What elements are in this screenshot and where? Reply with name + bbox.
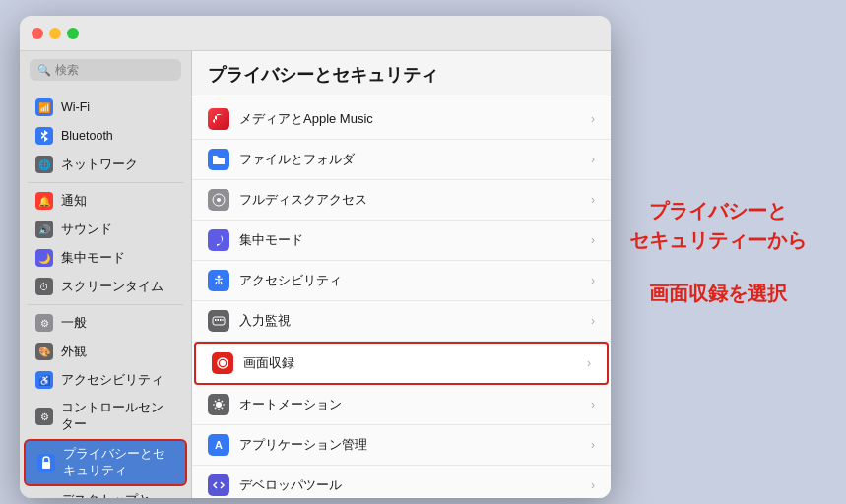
page-title: プライバシーとセキュリティ: [208, 65, 438, 85]
accessibility-icon: ♿: [35, 371, 53, 389]
screen-icon: [212, 352, 233, 374]
list-item-focus[interactable]: 集中モード ›: [192, 220, 611, 261]
search-icon: 🔍: [37, 64, 51, 77]
list-item-label: メディアとApple Music: [239, 110, 591, 128]
list-item-label: アクセシビリティ: [239, 272, 591, 289]
sidebar-item-network[interactable]: 🌐 ネットワーク: [24, 151, 187, 178]
network-icon: 🌐: [35, 156, 53, 173]
sidebar-item-label: 集中モード: [61, 250, 125, 267]
list-item-label: オートメーション: [239, 396, 591, 413]
sidebar-item-label: Wi-Fi: [61, 100, 90, 114]
list-item-input[interactable]: 入力監視 ›: [192, 301, 611, 342]
sidebar-item-label: アクセシビリティ: [61, 372, 163, 389]
list-item-auto[interactable]: オートメーション ›: [192, 385, 611, 425]
main-content: プライバシーとセキュリティ メディアとApple Music › ファイルとフ: [192, 51, 611, 498]
sidebar-item-label: 外観: [61, 344, 87, 360]
general-icon: ⚙: [35, 314, 53, 332]
list-item-label: ファイルとフォルダ: [239, 151, 591, 168]
sidebar-item-label: 通知: [61, 193, 87, 210]
sidebar-item-appearance[interactable]: 🎨 外観: [24, 338, 187, 365]
wifi-icon: 📶: [35, 98, 53, 116]
auto-icon: [208, 394, 229, 415]
list-item-label: 集中モード: [239, 231, 591, 249]
maximize-button[interactable]: [67, 28, 79, 39]
sidebar-item-label: Bluetooth: [61, 129, 113, 143]
search-input[interactable]: [55, 63, 173, 77]
sound-icon: 🔊: [35, 220, 53, 238]
list-item-music[interactable]: メディアとApple Music ›: [192, 99, 611, 140]
list-item-label: 入力監視: [239, 312, 591, 330]
main-header: プライバシーとセキュリティ: [192, 51, 611, 95]
content-list: メディアとApple Music › ファイルとフォルダ › フルデ: [192, 95, 611, 498]
input-icon: [208, 310, 229, 332]
sidebar-item-general[interactable]: ⚙ 一般: [24, 309, 187, 337]
sidebar-item-controlcenter[interactable]: ⚙ コントロールセンター: [24, 395, 187, 438]
chevron-icon: ›: [591, 478, 595, 492]
annotation-text-2: 画面収録を選択: [649, 279, 787, 308]
traffic-lights: [32, 28, 79, 39]
sidebar-item-desktop[interactable]: 🖥 デスクトップとDock: [24, 487, 187, 498]
sidebar-items: 📶 Wi-Fi Bluetooth 🌐 ネットワーク: [20, 89, 191, 498]
svg-rect-5: [215, 319, 217, 321]
music-icon: [208, 108, 229, 130]
chevron-icon: ›: [591, 274, 595, 287]
app-icon: A: [208, 434, 229, 456]
sidebar-item-label: プライバシーとセキュリティ: [63, 446, 173, 479]
settings-window: 🔍 📶 Wi-Fi Bluetooth 🌐: [20, 16, 611, 498]
sidebar-item-accessibility[interactable]: ♿ アクセシビリティ: [24, 366, 187, 394]
list-item-app[interactable]: A アプリケーション管理 ›: [192, 425, 611, 466]
svg-point-11: [216, 402, 222, 408]
sidebar-item-sound[interactable]: 🔊 サウンド: [24, 216, 187, 243]
svg-point-10: [220, 360, 226, 366]
appearance-icon: 🎨: [35, 343, 53, 360]
chevron-icon: ›: [587, 356, 591, 370]
annotation-text-1: プライバシーと セキュリティーから: [629, 196, 807, 255]
sidebar-item-focus[interactable]: 🌙 集中モード: [24, 244, 187, 272]
files-icon: [208, 149, 229, 170]
sidebar-item-privacy[interactable]: プライバシーとセキュリティ: [24, 439, 187, 486]
sidebar-item-wifi[interactable]: 📶 Wi-Fi: [24, 94, 187, 121]
divider: [28, 182, 183, 183]
sidebar-item-label: 一般: [61, 315, 87, 332]
sidebar-item-bluetooth[interactable]: Bluetooth: [24, 122, 187, 150]
svg-rect-8: [223, 319, 224, 321]
search-box[interactable]: 🔍: [30, 59, 181, 81]
svg-point-3: [218, 276, 221, 279]
svg-rect-6: [218, 319, 220, 321]
screentime-icon: ⏱: [35, 278, 53, 295]
sidebar-item-notification[interactable]: 🔔 通知: [24, 187, 187, 215]
chevron-icon: ›: [591, 438, 595, 452]
list-item-label: フルディスクアクセス: [239, 191, 591, 209]
titlebar: [20, 16, 611, 51]
notification-icon: 🔔: [35, 192, 53, 210]
list-item-label: デベロッパツール: [239, 476, 591, 494]
disk-icon: [208, 189, 229, 211]
list-item-label: アプリケーション管理: [239, 436, 591, 454]
chevron-icon: ›: [591, 398, 595, 411]
svg-point-2: [217, 198, 221, 202]
list-item-disk[interactable]: フルディスクアクセス ›: [192, 180, 611, 220]
divider2: [28, 304, 183, 305]
list-item-screen[interactable]: 画面収録 ›: [194, 342, 609, 385]
annotation: プライバシーと セキュリティーから 画面収録を選択: [619, 196, 816, 308]
list-item-files[interactable]: ファイルとフォルダ ›: [192, 140, 611, 180]
chevron-icon: ›: [591, 153, 595, 166]
svg-rect-0: [42, 462, 50, 469]
window-body: 🔍 📶 Wi-Fi Bluetooth 🌐: [20, 51, 611, 498]
controlcenter-icon: ⚙: [35, 408, 53, 425]
sidebar-item-screentime[interactable]: ⏱ スクリーンタイム: [24, 273, 187, 300]
minimize-button[interactable]: [49, 28, 61, 39]
sidebar: 🔍 📶 Wi-Fi Bluetooth 🌐: [20, 51, 192, 498]
list-item-accessibility[interactable]: アクセシビリティ ›: [192, 261, 611, 301]
dev-icon: [208, 474, 229, 496]
accessibility-icon: [208, 270, 229, 291]
chevron-icon: ›: [591, 233, 595, 247]
sidebar-item-label: ネットワーク: [61, 157, 138, 173]
focus-icon: 🌙: [35, 249, 53, 267]
list-item-dev[interactable]: デベロッパツール ›: [192, 466, 611, 498]
bluetooth-icon: [35, 127, 53, 145]
sidebar-item-label: コントロールセンター: [61, 400, 175, 433]
svg-rect-7: [220, 319, 222, 321]
sidebar-item-label: スクリーンタイム: [61, 279, 163, 295]
close-button[interactable]: [32, 28, 43, 39]
